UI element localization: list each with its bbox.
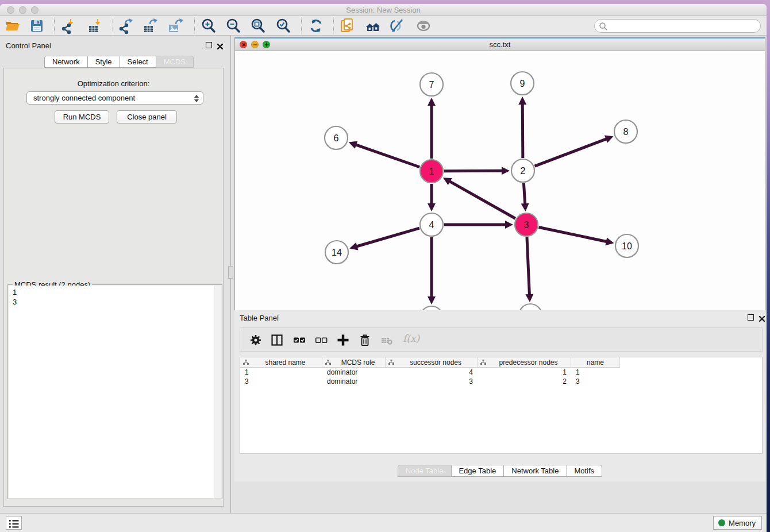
graph-node-7[interactable]: 7 <box>420 73 443 96</box>
tab-network-table[interactable]: Network Table <box>503 465 567 477</box>
tab-node-table[interactable]: Node Table <box>398 465 452 477</box>
export-table-icon[interactable] <box>142 17 159 34</box>
table-panel-close-icon[interactable] <box>759 314 765 321</box>
svg-text:9: 9 <box>520 79 525 88</box>
graph-edge-1-2[interactable] <box>444 167 510 175</box>
column-header-predecessor-nodes[interactable]: predecessor nodes <box>478 357 571 368</box>
table-panel-title: Table Panel <box>240 314 279 322</box>
zoom-fit-icon[interactable] <box>249 17 267 34</box>
graph-node-4[interactable]: 4 <box>420 213 443 236</box>
zoom-in-icon[interactable] <box>200 17 217 34</box>
control-panel-float-icon[interactable] <box>206 42 212 48</box>
graph-node-2[interactable]: 2 <box>511 159 534 182</box>
table-cell-successor-nodes[interactable]: 3 <box>386 377 478 386</box>
graph-edge-1-7[interactable] <box>428 98 436 159</box>
new-network-from-selection-icon[interactable] <box>339 17 356 34</box>
graph-edge-3-11[interactable] <box>525 237 533 302</box>
add-column-icon[interactable] <box>336 333 350 347</box>
home-icon[interactable] <box>364 17 382 34</box>
tab-motifs[interactable]: Motifs <box>566 465 602 477</box>
graph-edge-2-3[interactable] <box>521 183 529 211</box>
table-cell-mcds-role[interactable]: dominator <box>322 377 386 386</box>
tab-select[interactable]: Select <box>120 56 156 68</box>
table-options-gear-icon[interactable] <box>249 333 263 347</box>
zoom-out-icon[interactable] <box>225 17 242 34</box>
graph-edge-4-3[interactable] <box>444 221 513 229</box>
graph-edge-4-14[interactable] <box>349 228 419 250</box>
criterion-select[interactable]: strongly connected component <box>26 91 203 105</box>
table-cell-successor-nodes[interactable]: 4 <box>386 368 478 377</box>
search-box[interactable] <box>594 19 761 33</box>
open-session-icon[interactable] <box>4 17 21 34</box>
column-header-mcds-role[interactable]: MCDS role <box>322 357 386 368</box>
hide-details-icon[interactable] <box>389 17 406 34</box>
table-cell-name[interactable]: 3 <box>571 377 620 386</box>
deselect-all-checkboxes-icon[interactable] <box>314 333 328 347</box>
mcds-result-item[interactable]: 1 <box>13 287 210 297</box>
delete-column-icon[interactable] <box>358 333 372 347</box>
network-window-title: scc.txt <box>235 40 765 49</box>
tab-mcds[interactable]: MCDS <box>156 56 194 68</box>
graph-edge-1-4[interactable] <box>428 184 436 211</box>
table-body: 1dominator4113dominator323 <box>240 368 762 386</box>
refresh-layout-icon[interactable] <box>307 17 325 34</box>
graph-node-1[interactable]: 1 <box>420 160 443 183</box>
mcds-result-list[interactable]: 13 <box>9 286 214 498</box>
svg-text:4: 4 <box>429 220 434 230</box>
eye-icon[interactable] <box>415 17 432 34</box>
node-table[interactable]: shared nameMCDS rolesuccessor nodesprede… <box>240 357 763 454</box>
splitter-handle[interactable] <box>228 266 233 279</box>
table-cell-name[interactable]: 1 <box>571 368 620 377</box>
table-panel-float-icon[interactable] <box>748 314 754 321</box>
tab-style[interactable]: Style <box>87 56 120 68</box>
import-table-icon[interactable] <box>87 17 104 34</box>
graph-node-8[interactable]: 8 <box>614 120 637 143</box>
delete-table-icon[interactable] <box>380 333 394 347</box>
graph-edge-2-9[interactable] <box>518 97 526 158</box>
table-cell-predecessor-nodes[interactable]: 1 <box>478 368 571 377</box>
graph-edge-3-1[interactable] <box>443 178 515 218</box>
graph-node-9[interactable]: 9 <box>511 72 534 95</box>
graph-edge-1-6[interactable] <box>349 141 420 167</box>
graph-node-14[interactable]: 14 <box>325 241 348 264</box>
svg-text:7: 7 <box>429 80 434 90</box>
column-header-successor-nodes[interactable]: successor nodes <box>386 357 478 368</box>
function-builder-icon[interactable]: f(x) <box>403 333 419 344</box>
graph-edge-3-10[interactable] <box>539 228 614 246</box>
export-network-icon[interactable] <box>117 17 134 34</box>
table-row[interactable]: 1dominator411 <box>240 368 762 377</box>
graph-edge-4-15[interactable] <box>428 237 436 304</box>
select-all-checkboxes-icon[interactable] <box>292 333 306 347</box>
show-column-panel-icon[interactable] <box>270 333 284 347</box>
search-input[interactable] <box>610 21 756 31</box>
zoom-selected-icon[interactable] <box>275 17 292 34</box>
graph-node-3[interactable]: 3 <box>515 213 538 236</box>
network-graph-canvas[interactable]: 7968124314101511 <box>235 51 765 341</box>
column-header-name[interactable]: name <box>571 357 620 368</box>
memory-button[interactable]: Memory <box>713 516 762 530</box>
save-session-icon[interactable] <box>28 17 45 34</box>
task-history-button[interactable] <box>6 516 22 530</box>
control-panel-close-icon[interactable] <box>217 42 224 49</box>
network-window-titlebar[interactable]: scc.txt <box>235 38 765 51</box>
window-titlebar: Session: New Session <box>0 4 767 16</box>
table-panel: Table Panel f(x) shared name <box>234 310 765 481</box>
table-cell-predecessor-nodes[interactable]: 2 <box>478 377 571 386</box>
export-image-icon[interactable] <box>167 17 184 34</box>
close-panel-button[interactable]: Close panel <box>117 110 177 124</box>
table-cell-shared-name[interactable]: 1 <box>240 368 322 377</box>
tab-edge-table[interactable]: Edge Table <box>451 465 504 477</box>
mcds-result-item[interactable]: 3 <box>13 297 210 307</box>
graph-node-6[interactable]: 6 <box>325 126 348 149</box>
import-network-icon[interactable] <box>60 17 77 34</box>
graph-node-10[interactable]: 10 <box>615 234 638 257</box>
table-cell-shared-name[interactable]: 3 <box>240 377 322 386</box>
tab-network[interactable]: Network <box>44 56 88 68</box>
table-row[interactable]: 3dominator323 <box>240 377 762 386</box>
result-scrollbar[interactable] <box>214 286 221 498</box>
run-mcds-button[interactable]: Run MCDS <box>55 110 109 124</box>
graph-edge-2-8[interactable] <box>535 136 614 167</box>
column-header-shared-name[interactable]: shared name <box>240 357 322 368</box>
svg-text:1: 1 <box>429 167 434 176</box>
table-cell-mcds-role[interactable]: dominator <box>322 368 386 377</box>
